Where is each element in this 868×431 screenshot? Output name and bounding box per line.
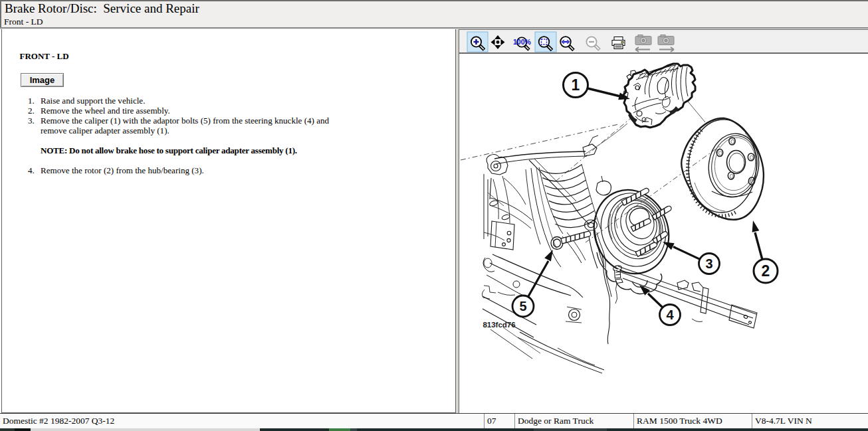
svg-text:3: 3 <box>705 256 712 271</box>
svg-text:1: 1 <box>572 76 580 94</box>
svg-text:2: 2 <box>762 262 770 280</box>
svg-text:4: 4 <box>666 307 674 322</box>
svg-text:813fcd76: 813fcd76 <box>483 321 515 329</box>
svg-text:5: 5 <box>519 299 526 313</box>
svg-text:100%: 100% <box>513 38 532 46</box>
